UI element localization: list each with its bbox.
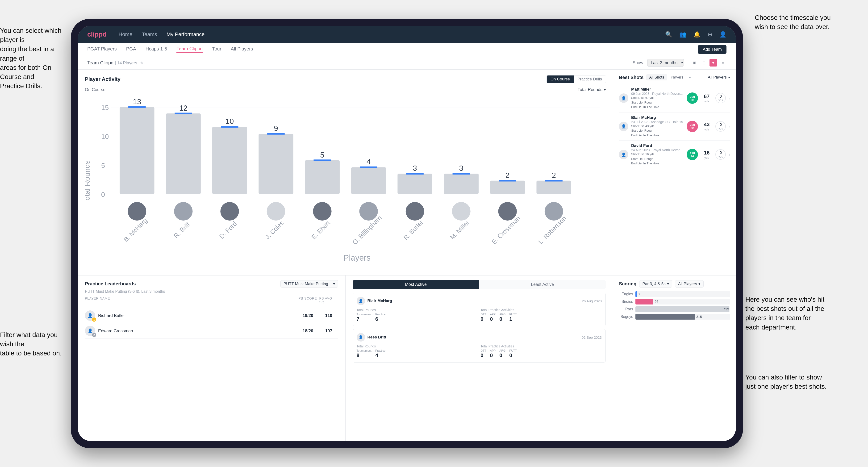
scoring-title: Scoring bbox=[619, 281, 637, 286]
pars-label: Pars bbox=[619, 307, 633, 311]
sub-nav-tour[interactable]: Tour bbox=[212, 46, 221, 53]
rees-practice-row: GTT 0 APP 0 ARG 0 bbox=[480, 349, 602, 359]
sub-nav-hcaps[interactable]: Hcaps 1-5 bbox=[146, 46, 167, 53]
on-course-label: On Course bbox=[85, 87, 105, 92]
scoring-filter2-chevron: ▾ bbox=[699, 281, 701, 286]
blair-mcharg-stat1: 43 yds bbox=[701, 121, 713, 131]
david-ford-details: Shot Dist: 16 yds Start Lie: Rough End L… bbox=[631, 152, 684, 166]
user-circle-icon[interactable]: 👤 bbox=[719, 31, 726, 38]
practice-leaderboards-panel: Practice Leaderboards PUTT Must Make Put… bbox=[78, 276, 346, 441]
svg-rect-24 bbox=[351, 167, 386, 194]
total-rounds-filter[interactable]: Total Rounds ▾ bbox=[578, 87, 606, 92]
nav-home[interactable]: Home bbox=[118, 31, 132, 37]
nav-right: 🔍 👥 🔔 ⊕ 👤 bbox=[665, 31, 726, 38]
most-active-tab[interactable]: Most Active bbox=[352, 280, 479, 289]
add-team-button[interactable]: Add Team bbox=[698, 45, 726, 54]
bar-chart: Total Rounds 15 10 5 0 bbox=[85, 95, 606, 270]
drill-filter-dropdown[interactable]: PUTT Must Make Putting... ▾ bbox=[280, 280, 338, 287]
scoring-filter-2[interactable]: All Players ▾ bbox=[675, 280, 704, 287]
blair-tournament: Tournament 7 bbox=[356, 313, 371, 322]
practice-header: Practice Leaderboards PUTT Must Make Put… bbox=[85, 280, 338, 287]
rees-rounds-row: Tournament 8 Practice 4 bbox=[356, 349, 478, 359]
blair-mcharg-details: Shot Dist: 43 yds Start Lie: Rough End L… bbox=[631, 124, 684, 138]
edward-crossman-avg: 107 bbox=[319, 329, 338, 334]
on-course-toggle[interactable]: On Course bbox=[547, 75, 574, 83]
matt-miller-avatar: 👤 bbox=[619, 93, 628, 103]
edit-icon[interactable]: ✎ bbox=[140, 61, 144, 65]
nav-items: Home Teams My Performance bbox=[118, 31, 665, 37]
annotation-player-filter: You can also filter to showjust one play… bbox=[745, 373, 827, 391]
shot2-chevron[interactable]: › bbox=[728, 124, 730, 129]
matt-miller-stat2: 0 yds bbox=[715, 93, 726, 103]
rees-practice: Practice 4 bbox=[375, 349, 385, 359]
all-shots-tab[interactable]: All Shots bbox=[646, 74, 667, 81]
search-icon[interactable]: 🔍 bbox=[665, 31, 672, 38]
blair-mcharg-badge: 200 SG bbox=[687, 121, 698, 132]
svg-rect-30 bbox=[444, 174, 478, 194]
players-tab[interactable]: Players bbox=[668, 74, 686, 81]
shot-card-1[interactable]: 👤 Matt Miller 09 Jun 2023 · Royal North … bbox=[619, 84, 730, 113]
blair-rounds-group: Total Rounds Tournament 7 Practice 6 bbox=[356, 308, 478, 322]
blair-putt: PUTT 1 bbox=[509, 313, 517, 322]
bogeys-bar-container: 315 bbox=[636, 314, 730, 319]
richard-butler-avatar: 👤 1 bbox=[85, 310, 95, 321]
show-filter: Show: Last 3 months ⊞ ⊟ ♥ ≡ bbox=[632, 59, 726, 66]
svg-text:3: 3 bbox=[459, 164, 464, 173]
nav-my-performance[interactable]: My Performance bbox=[166, 31, 205, 37]
blair-practice-group: Total Practice Activities GTT 0 APP 0 bbox=[480, 308, 602, 322]
users-icon[interactable]: 👥 bbox=[679, 31, 686, 38]
sub-nav-team-clippd[interactable]: Team Clippd bbox=[177, 46, 203, 53]
panel-header: Player Activity On Course Practice Drill… bbox=[85, 75, 606, 83]
blair-practice: Practice 6 bbox=[375, 313, 385, 322]
svg-text:2: 2 bbox=[505, 171, 510, 180]
sub-nav-pga[interactable]: PGA bbox=[126, 46, 136, 53]
best-shots-panel: Best Shots All Shots Players ▾ All Playe… bbox=[613, 69, 736, 276]
blair-mcharg-meta: 23 Jul 2023 · Ashridge GC, Hole 15 bbox=[631, 120, 684, 124]
svg-text:J. Coles: J. Coles bbox=[264, 219, 285, 241]
svg-text:E. Ebert: E. Ebert bbox=[310, 219, 332, 241]
shots-tab-group: All Shots Players bbox=[646, 74, 686, 81]
shot1-chevron[interactable]: › bbox=[728, 96, 730, 101]
svg-text:D. Ford: D. Ford bbox=[218, 220, 238, 240]
rees-activity-stats: Total Rounds Tournament 8 Practice 4 bbox=[356, 344, 602, 359]
birdies-row: Birdies 96 bbox=[619, 299, 730, 305]
shots-chevron-down[interactable]: ▾ bbox=[689, 75, 691, 80]
blair-activity-date: 26 Aug 2023 bbox=[582, 299, 602, 303]
svg-text:4: 4 bbox=[367, 158, 371, 166]
nav-teams[interactable]: Teams bbox=[142, 31, 157, 37]
view-icons: ⊞ ⊟ ♥ ≡ bbox=[691, 59, 726, 66]
svg-text:M. Miller: M. Miller bbox=[448, 219, 470, 241]
least-active-tab[interactable]: Least Active bbox=[479, 280, 606, 289]
heart-view-icon[interactable]: ♥ bbox=[710, 59, 717, 66]
player-filter-dropdown[interactable]: All Players ▾ bbox=[708, 75, 730, 80]
shot3-chevron[interactable]: › bbox=[728, 152, 730, 157]
blair-rounds-row: Tournament 7 Practice 6 bbox=[356, 313, 478, 322]
list-view-icon[interactable]: ≡ bbox=[719, 59, 726, 66]
scoring-header: Scoring Par 3, 4 & 5s ▾ All Players ▾ bbox=[619, 280, 730, 287]
tile-view-icon[interactable]: ⊟ bbox=[700, 59, 708, 66]
blair-mcharg-avatar: 👤 bbox=[619, 122, 628, 131]
birdies-bar-container: 96 bbox=[636, 299, 730, 305]
sub-nav-all-players[interactable]: All Players bbox=[231, 46, 253, 53]
svg-text:2: 2 bbox=[552, 171, 556, 180]
svg-rect-9 bbox=[120, 107, 154, 194]
scoring-filter-1[interactable]: Par 3, 4 & 5s ▾ bbox=[639, 280, 672, 287]
blair-mcharg-info: Blair McHarg 23 Jul 2023 · Ashridge GC, … bbox=[631, 115, 684, 138]
time-filter-select[interactable]: Last 3 months bbox=[647, 59, 684, 66]
eagles-bar-container: 3 bbox=[636, 291, 730, 297]
sub-nav-pgat[interactable]: PGAT Players bbox=[87, 46, 117, 53]
blair-activity-name: Blair McHarg bbox=[368, 299, 392, 303]
shot-card-3[interactable]: 👤 David Ford 24 Aug 2023 · Royal North D… bbox=[619, 141, 730, 168]
grid-view-icon[interactable]: ⊞ bbox=[691, 59, 698, 66]
bottom-left-section: Practice Leaderboards PUTT Must Make Put… bbox=[78, 276, 613, 441]
shot-card-2[interactable]: 👤 Blair McHarg 23 Jul 2023 · Ashridge GC… bbox=[619, 113, 730, 141]
plus-circle-icon[interactable]: ⊕ bbox=[708, 31, 712, 38]
blair-arg: ARG 0 bbox=[499, 313, 505, 322]
bell-icon[interactable]: 🔔 bbox=[693, 31, 701, 38]
rees-tournament: Tournament 8 bbox=[356, 349, 371, 359]
svg-rect-27 bbox=[398, 174, 432, 194]
svg-rect-15 bbox=[212, 127, 247, 194]
richard-butler-pb: 19/20 bbox=[299, 313, 317, 318]
practice-drills-toggle[interactable]: Practice Drills bbox=[574, 75, 606, 83]
tablet-frame: clippd Home Teams My Performance 🔍 👥 🔔 ⊕… bbox=[71, 19, 743, 448]
